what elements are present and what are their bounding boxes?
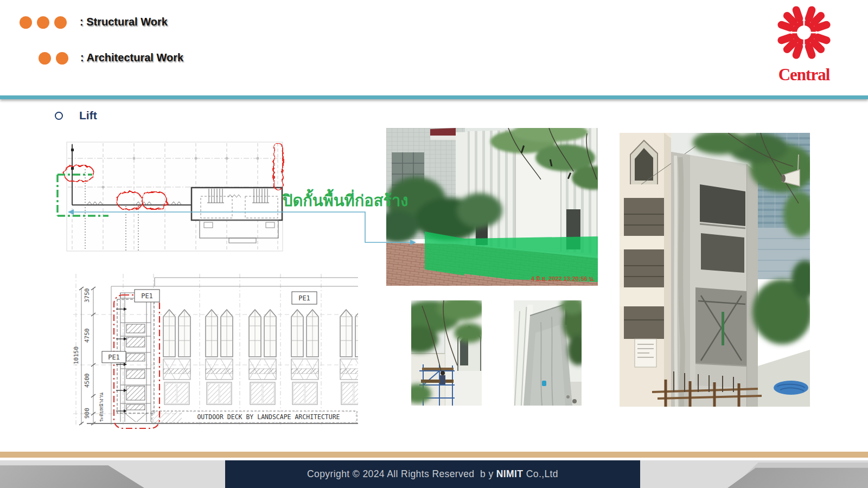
dim-label: 4750 — [84, 329, 91, 343]
legend-structural-label: : Structural Work — [80, 16, 168, 28]
annotation-label: ปิดกั้นพื้นที่ก่อสร้าง — [283, 188, 408, 213]
legend-dot — [56, 52, 68, 65]
photo-lift-shaft — [620, 133, 810, 407]
section-bullet-icon — [55, 112, 63, 120]
legend-dot — [20, 16, 32, 29]
dim-label: 900 — [84, 408, 91, 419]
legend-dot — [39, 52, 51, 65]
dim-label: 4500 — [84, 374, 91, 388]
photo-concrete-wall — [514, 300, 582, 406]
legend-dot — [54, 16, 67, 29]
dim-label: 10150 — [73, 346, 80, 364]
pe1-tag: PE1 — [141, 292, 153, 300]
central-flower-icon — [774, 2, 834, 63]
legend-architectural-label: : Architectural Work — [80, 52, 183, 64]
legend-dot — [37, 16, 49, 29]
photo-scaffolding — [411, 300, 482, 406]
slide: : Structural Work : Architectural Work — [0, 0, 868, 488]
footer-gold-bar — [0, 452, 868, 458]
footer-copyright-bar: Copyright © 2024 All Rights Reserved b y… — [225, 460, 640, 488]
central-logo-wordmark: Central — [770, 65, 838, 85]
deck-label: OUTDOOR DECK BY LANDSCAPE ARCHITECTURE — [197, 413, 340, 421]
elevation-drawing: 3750 4750 10150 4500 900 ระดับหน้างาน — [71, 271, 358, 429]
photo-timestamp: 4 มิ.ย. 2022 13:20:56 น. — [531, 274, 595, 284]
legend-architectural: : Architectural Work — [39, 52, 256, 65]
copyright-suffix: Co.,Ltd — [523, 468, 558, 479]
photo-construction-area: 4 มิ.ย. 2022 13:20:56 น. — [386, 128, 598, 286]
footer-copyright-text: Copyright © 2024 All Rights Reserved b y… — [307, 468, 558, 480]
copyright-prefix: Copyright © 2024 All Rights Reserved b y — [307, 468, 496, 479]
pe1-tag: PE1 — [108, 354, 120, 361]
dim-label: 3750 — [84, 288, 91, 303]
header-divider — [0, 95, 868, 99]
pe1-tag: PE1 — [298, 294, 310, 302]
company-name: NIMIT — [496, 468, 524, 479]
legend-structural: : Structural Work — [20, 16, 237, 29]
section-title: Lift — [79, 109, 97, 122]
site-level-label: ระดับหน้างาน — [99, 393, 104, 422]
central-logo: Central — [770, 2, 838, 85]
